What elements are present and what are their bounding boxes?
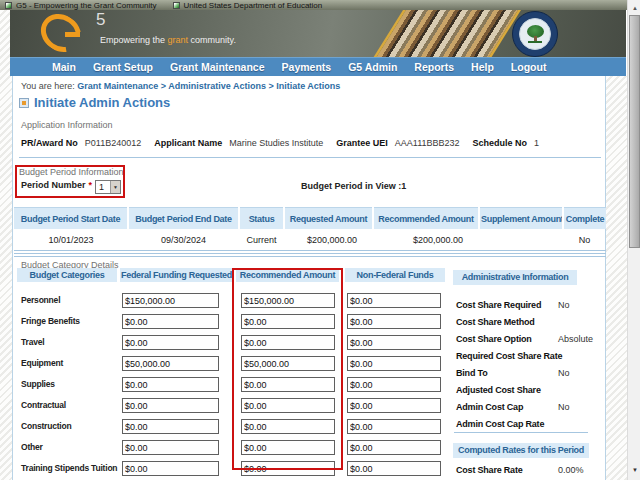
g5-logo-5: 5 <box>96 10 105 30</box>
admin-field-label: Adjusted Cost Share <box>456 385 541 395</box>
form-icon <box>19 98 29 108</box>
separator-line <box>19 157 601 158</box>
admin-field-value: Absolute <box>558 334 593 344</box>
recommended-amount-input[interactable] <box>241 440 335 455</box>
scrollbar-thumb[interactable] <box>629 15 640 248</box>
period-number-row: Period Number * <box>21 180 94 190</box>
breadcrumb-link-initiate-actions[interactable]: Initiate Actions <box>276 81 340 91</box>
nav-item-logout[interactable]: Logout <box>511 61 547 73</box>
category-label: Equipment <box>21 358 63 368</box>
admin-field-label: Cost Share Method <box>456 317 535 327</box>
admin-field-label: Bind To <box>456 368 487 378</box>
federal-funding-input[interactable] <box>122 293 219 308</box>
recommended-amount-input[interactable] <box>241 293 335 308</box>
tab-title-g5[interactable]: G5 - Empowering the Grant Community <box>16 1 157 10</box>
period-number-select[interactable]: 1 ▼ <box>95 180 121 194</box>
header-federal-funding-requested: Federal Funding Requested <box>120 268 233 282</box>
admin-field-label: Required Cost Share Rate <box>456 351 562 361</box>
breadcrumb-separator: > <box>266 81 276 91</box>
nav-item-help[interactable]: Help <box>471 61 494 73</box>
pr-award-no-value: P011B240012 <box>85 138 141 148</box>
applicant-name-value: Marine Studies Institute <box>229 138 323 148</box>
recommended-amount-input[interactable] <box>241 398 335 413</box>
header-budget-categories: Budget Categories <box>17 268 117 282</box>
recommended-amount-input[interactable] <box>241 461 335 476</box>
federal-funding-input[interactable] <box>122 314 219 329</box>
budget-period-table-header-row: Budget Period Start Date Budget Period E… <box>14 208 606 230</box>
federal-funding-input[interactable] <box>122 440 219 455</box>
non-federal-funds-input[interactable] <box>347 356 441 371</box>
end-date-cell: 09/30/2024 <box>128 229 239 251</box>
section-label-budget-period-information: Budget Period Information <box>19 167 124 177</box>
category-label: Construction <box>21 421 71 431</box>
browser-tab-strip: G5 - Empowering the Grant Community Unit… <box>0 0 627 10</box>
status-cell: Current <box>239 229 284 251</box>
non-federal-funds-input[interactable] <box>347 314 441 329</box>
nav-item-reports[interactable]: Reports <box>414 61 454 73</box>
admin-field-value: No <box>558 300 570 310</box>
scroll-up-button[interactable]: ▲ <box>629 2 640 14</box>
application-info-row: PR/Award No P011B240012 Applicant Name M… <box>21 138 552 148</box>
recommended-amount-input[interactable] <box>241 356 335 371</box>
pr-award-no-label: PR/Award No <box>21 138 78 148</box>
federal-funding-input[interactable] <box>122 335 219 350</box>
nav-item-g5-admin[interactable]: G5 Admin <box>348 61 397 73</box>
non-federal-funds-input[interactable] <box>347 440 441 455</box>
non-federal-funds-input[interactable] <box>347 377 441 392</box>
nav-item-grant-maintenance[interactable]: Grant Maintenance <box>170 61 265 73</box>
chevron-down-icon[interactable]: ▼ <box>110 181 120 193</box>
scroll-down-button[interactable]: ▼ <box>629 464 640 476</box>
federal-funding-input[interactable] <box>122 377 219 392</box>
content-area: You are here: Grant Maintenance > Admini… <box>12 76 606 480</box>
budget-period-table: Budget Period Start Date Budget Period E… <box>14 207 606 251</box>
admin-field-label: Cost Share Required <box>456 300 541 310</box>
tab-title-doe[interactable]: United States Department of Education <box>184 1 323 10</box>
non-federal-funds-input[interactable] <box>347 419 441 434</box>
breadcrumb-link-grant-maintenance[interactable]: Grant Maintenance <box>77 81 158 91</box>
tagline-accent: grant <box>168 35 189 45</box>
recommended-amount-cell: $200,000.00 <box>373 229 479 251</box>
header-status: Status <box>239 208 284 230</box>
budget-period-in-view-label: Budget Period in View : <box>301 181 401 191</box>
nav-item-grant-setup[interactable]: Grant Setup <box>93 61 153 73</box>
federal-funding-input[interactable] <box>122 356 219 371</box>
applicant-name-label: Applicant Name <box>154 138 222 148</box>
non-federal-funds-input[interactable] <box>347 398 441 413</box>
federal-funding-input[interactable] <box>122 461 219 476</box>
period-number-label: Period Number <box>21 180 86 190</box>
vertical-scrollbar[interactable]: ▲ ▼ <box>627 0 640 480</box>
required-asterisk: * <box>89 180 93 190</box>
breadcrumb-separator: > <box>158 81 168 91</box>
recommended-amount-input[interactable] <box>241 377 335 392</box>
computed-field-value: 0.00% <box>558 465 584 475</box>
category-label: Personnel <box>21 295 60 305</box>
category-label: Travel <box>21 337 44 347</box>
category-label: Training Stipends Tuition <box>21 463 117 473</box>
recommended-amount-input[interactable] <box>241 335 335 350</box>
page-icon <box>173 2 180 9</box>
page-icon <box>5 2 12 9</box>
banner-header: 5 Empowering the grant community. <box>10 10 626 57</box>
breadcrumb-link-administrative-actions[interactable]: Administrative Actions <box>168 81 266 91</box>
left-margin-stripes <box>0 10 12 480</box>
budget-period-table-row: 10/01/2023 09/30/2024 Current $200,000.0… <box>14 229 606 251</box>
recommended-amount-input[interactable] <box>241 314 335 329</box>
federal-funding-input[interactable] <box>122 419 219 434</box>
right-margin-stripes <box>606 76 627 480</box>
federal-funding-input[interactable] <box>122 398 219 413</box>
header-requested-amount: Requested Amount <box>284 208 373 230</box>
header-recommended-amount: Recommended Amount <box>373 208 479 230</box>
nav-item-payments[interactable]: Payments <box>282 61 332 73</box>
header-recommended-amount-col: Recommended Amount <box>236 268 339 282</box>
seal-inner-circle <box>519 18 551 50</box>
period-number-selected-value: 1 <box>96 182 110 192</box>
non-federal-funds-input[interactable] <box>347 293 441 308</box>
recommended-amount-input[interactable] <box>241 419 335 434</box>
section-label-application-information: Application Information <box>21 120 113 130</box>
budget-period-in-view-value: 1 <box>401 181 406 191</box>
admin-field-value: No <box>558 402 570 412</box>
header-start-date: Budget Period Start Date <box>14 208 128 230</box>
non-federal-funds-input[interactable] <box>347 335 441 350</box>
nav-item-main[interactable]: Main <box>52 61 76 73</box>
non-federal-funds-input[interactable] <box>347 461 441 476</box>
